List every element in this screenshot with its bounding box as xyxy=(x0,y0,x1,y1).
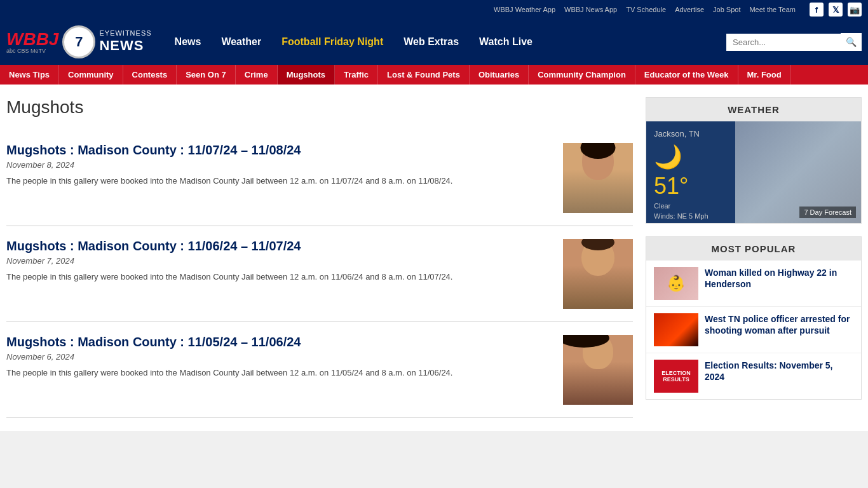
popular-item-3[interactable]: ELECTION RESULTS Election Results: Novem… xyxy=(646,353,861,399)
popular-item-1[interactable]: 👶 Woman killed on Highway 22 in Henderso… xyxy=(646,261,861,307)
article-title-1[interactable]: Mugshots : Madison County : 11/07/24 – 1… xyxy=(6,143,553,158)
article-date-2: November 7, 2024 xyxy=(6,256,553,266)
weather-wind: Winds: NE 5 Mph xyxy=(654,212,728,220)
popular-thumb-1: 👶 xyxy=(654,267,698,300)
weather-description: Clear xyxy=(654,202,728,210)
wbbj-weather-app-link[interactable]: WBBJ Weather App xyxy=(494,6,555,13)
facebook-icon[interactable]: f xyxy=(810,3,824,17)
utility-bar: WBBJ Weather App WBBJ News App TV Schedu… xyxy=(0,0,868,19)
sidebar: WEATHER Jackson, TN 🌙 51° Clear Winds: N… xyxy=(646,97,862,418)
mugshot-photo-2 xyxy=(563,239,633,309)
mugshot-photo-1 xyxy=(563,143,633,213)
article-date-1: November 8, 2024 xyxy=(6,160,553,170)
article-desc-3: The people in this gallery were booked i… xyxy=(6,367,553,379)
content-area: Mugshots Mugshots : Madison County : 11/… xyxy=(0,85,868,431)
sec-contests[interactable]: Contests xyxy=(123,65,177,85)
main-nav: WBBJ abc CBS MeTV 7 EYEWITNESS NEWS News… xyxy=(0,19,868,65)
weather-map[interactable]: 7 Day Forecast xyxy=(735,121,861,223)
article-title-2[interactable]: Mugshots : Madison County : 11/06/24 – 1… xyxy=(6,239,553,254)
popular-item-2[interactable]: West TN police officer arrested for shoo… xyxy=(646,307,861,353)
twitter-icon[interactable]: 𝕏 xyxy=(829,3,843,17)
channel-7-circle: 7 xyxy=(62,25,95,58)
weather-city: Jackson, TN xyxy=(654,129,728,139)
weather-header: WEATHER xyxy=(646,98,861,121)
sec-mr-food[interactable]: Mr. Food xyxy=(738,65,791,85)
weather-left-panel: Jackson, TN 🌙 51° Clear Winds: NE 5 Mph xyxy=(646,121,735,223)
nav-webextras[interactable]: Web Extras xyxy=(393,19,469,65)
article-title-3[interactable]: Mugshots : Madison County : 11/05/24 – 1… xyxy=(6,335,553,349)
article-text-3: Mugshots : Madison County : 11/05/24 – 1… xyxy=(6,335,553,379)
secondary-nav: News Tips Community Contests Seen On 7 C… xyxy=(0,65,868,85)
article-desc-1: The people in this gallery were booked i… xyxy=(6,175,553,187)
article-image-2[interactable] xyxy=(563,239,633,309)
news-text: NEWS xyxy=(99,37,151,54)
popular-title-3[interactable]: Election Results: November 5, 2024 xyxy=(705,360,853,383)
main-content: Mugshots Mugshots : Madison County : 11/… xyxy=(6,97,633,418)
sec-seen-on-7[interactable]: Seen On 7 xyxy=(177,65,236,85)
sec-newstips[interactable]: News Tips xyxy=(0,65,59,85)
nav-weather[interactable]: Weather xyxy=(211,19,271,65)
mugshot-photo-3 xyxy=(563,335,633,405)
weather-condition-icon: 🌙 xyxy=(654,144,728,170)
advertise-link[interactable]: Advertise xyxy=(675,6,704,13)
nav-watchlive[interactable]: Watch Live xyxy=(469,19,543,65)
logo-area[interactable]: WBBJ abc CBS MeTV 7 EYEWITNESS NEWS xyxy=(6,25,152,58)
nav-football[interactable]: Football Friday Night xyxy=(271,19,393,65)
social-icons-group: f 𝕏 📷 xyxy=(810,3,862,17)
meet-the-team-link[interactable]: Meet the Team xyxy=(749,6,796,13)
sec-mugshots[interactable]: Mugshots xyxy=(278,65,335,85)
forecast-link[interactable]: 7 Day Forecast xyxy=(799,207,856,218)
article-image-3[interactable] xyxy=(563,335,633,405)
weather-temperature: 51° xyxy=(654,173,728,200)
wbbj-sub: abc CBS MeTV xyxy=(6,48,58,54)
logo-wbbj: WBBJ abc CBS MeTV xyxy=(6,30,58,54)
sec-traffic[interactable]: Traffic xyxy=(335,65,378,85)
weather-widget: Jackson, TN 🌙 51° Clear Winds: NE 5 Mph … xyxy=(646,121,861,223)
popular-thumb-2 xyxy=(654,313,698,346)
tv-schedule-link[interactable]: TV Schedule xyxy=(626,6,666,13)
most-popular-header: MOST POPULAR xyxy=(646,237,861,261)
article-1: Mugshots : Madison County : 11/07/24 – 1… xyxy=(6,130,633,226)
article-3: Mugshots : Madison County : 11/05/24 – 1… xyxy=(6,322,633,418)
nav-links: News Weather Football Friday Night Web E… xyxy=(165,19,726,65)
article-text-1: Mugshots : Madison County : 11/07/24 – 1… xyxy=(6,143,553,187)
article-2: Mugshots : Madison County : 11/06/24 – 1… xyxy=(6,226,633,322)
eyewitness-news-logo: EYEWITNESS NEWS xyxy=(99,29,151,55)
page-title: Mugshots xyxy=(6,97,633,118)
sec-community-champion[interactable]: Community Champion xyxy=(529,65,635,85)
popular-thumb-3: ELECTION RESULTS xyxy=(654,360,698,393)
sec-community[interactable]: Community xyxy=(59,65,123,85)
article-desc-2: The people in this gallery were booked i… xyxy=(6,271,553,283)
most-popular-section: MOST POPULAR 👶 Woman killed on Highway 2… xyxy=(646,236,862,400)
sec-obituaries[interactable]: Obituaries xyxy=(470,65,529,85)
popular-title-2[interactable]: West TN police officer arrested for shoo… xyxy=(705,313,853,336)
sec-lost-found-pets[interactable]: Lost & Found Pets xyxy=(378,65,470,85)
job-spot-link[interactable]: Job Spot xyxy=(713,6,740,13)
article-date-3: November 6, 2024 xyxy=(6,352,553,362)
search-button[interactable]: 🔍 xyxy=(841,33,862,51)
eyewitness-text: EYEWITNESS xyxy=(99,29,151,37)
search-area: 🔍 xyxy=(726,33,862,51)
article-image-1[interactable] xyxy=(563,143,633,213)
sec-educator[interactable]: Educator of the Week xyxy=(635,65,738,85)
wbbj-text: WBBJ xyxy=(6,30,58,48)
instagram-icon[interactable]: 📷 xyxy=(848,3,862,17)
article-text-2: Mugshots : Madison County : 11/06/24 – 1… xyxy=(6,239,553,283)
search-input[interactable] xyxy=(726,34,841,51)
popular-title-1[interactable]: Woman killed on Highway 22 in Henderson xyxy=(705,267,853,290)
wbbj-news-app-link[interactable]: WBBJ News App xyxy=(564,6,617,13)
nav-news[interactable]: News xyxy=(165,19,212,65)
sec-crime[interactable]: Crime xyxy=(236,65,278,85)
weather-section: WEATHER Jackson, TN 🌙 51° Clear Winds: N… xyxy=(646,97,862,224)
